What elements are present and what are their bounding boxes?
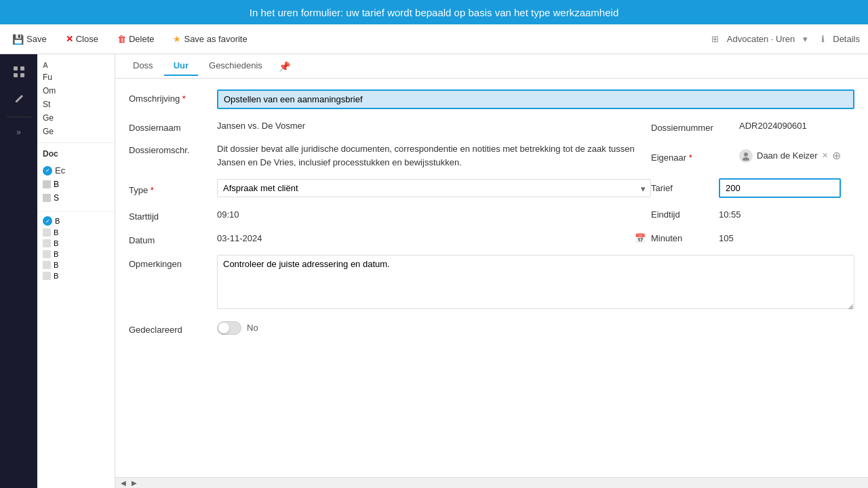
svg-point-4 (744, 152, 748, 157)
filter-label[interactable]: Advocaten · Uren (727, 34, 795, 44)
tab-uur-label: Uur (174, 60, 189, 70)
omschr-eigenaar-row: Dossieromschr. Dit dossier bevat alle ju… (129, 142, 854, 169)
row-b2[interactable]: B (37, 227, 115, 238)
doc-item-s-label: S (54, 193, 59, 203)
doc-item-b[interactable]: B (43, 178, 109, 191)
close-button[interactable]: ✕ Close (62, 31, 102, 47)
doc-s-icon (43, 194, 51, 202)
datum-row: Datum 03-11-2024 📅 (129, 231, 651, 245)
row-b5-icon (43, 261, 51, 269)
toggle-knob (218, 323, 229, 333)
scroll-bar: ◀ ▶ (115, 477, 868, 488)
tijd-row: Starttijd 09:10 Eindtijd 10:55 (129, 207, 854, 222)
doc-b-icon (43, 180, 51, 188)
scroll-right-arrow[interactable]: ▶ (129, 479, 140, 487)
apps-icon-btn[interactable] (5, 60, 33, 84)
dossieromschr-row: Dossieromschr. Dit dossier bevat alle ju… (129, 142, 651, 169)
tab-geschiedenis-label: Geschiedenis (209, 60, 262, 70)
starttijd-value: 09:10 (217, 209, 651, 220)
row-b4-label: B (54, 250, 58, 258)
starttijd-row: Starttijd 09:10 (129, 207, 651, 222)
doc-label[interactable]: Doc (43, 147, 109, 161)
omschrijving-required: * (182, 94, 186, 104)
calendar-icon[interactable]: 📅 (635, 233, 646, 243)
toolbar-right: ⊞ Advocaten · Uren ▾ ℹ Details (711, 34, 860, 44)
gedeclareerd-toggle[interactable] (217, 321, 241, 335)
row-b5[interactable]: B (37, 260, 115, 270)
row-b5-label: B (54, 261, 58, 269)
datum-input-wrapper: 03-11-2024 📅 (217, 233, 651, 243)
tab-uur[interactable]: Uur (164, 56, 198, 76)
sidebar-item-om[interactable]: Om (43, 84, 109, 98)
expand-icon-btn[interactable]: » (5, 120, 33, 144)
type-label: Type * (129, 181, 217, 195)
doc-item-s[interactable]: S (43, 191, 109, 205)
save-button[interactable]: 💾 Save (8, 31, 51, 47)
doc-item-b-label: B (54, 180, 59, 189)
row-b3-icon (43, 239, 51, 247)
form-area: Omschrijving * Dossiernaam Jansen vs. De… (115, 79, 868, 477)
row-b3-label: B (54, 239, 58, 247)
row-b4[interactable]: B (37, 249, 115, 260)
toolbar: 💾 Save ✕ Close 🗑 Delete ★ Save as favori… (0, 24, 868, 54)
row-b4-icon (43, 250, 51, 258)
sidebar-item-fu[interactable]: Fu (43, 70, 109, 84)
sidebar-item-ge1[interactable]: Ge (43, 111, 109, 125)
sidebar-item-ge2[interactable]: Ge (43, 125, 109, 138)
svg-rect-1 (20, 66, 24, 70)
doc-item-ec[interactable]: ✓ Ec (43, 163, 109, 178)
eigenaar-add-btn[interactable]: ⊕ (832, 149, 841, 162)
type-tarief-row: Type * Afspraak met cliënt Telefoongespr… (129, 178, 854, 198)
delete-button[interactable]: 🗑 Delete (113, 31, 159, 47)
eigenaar-field: Daan de Keizer ✕ ⊕ (739, 149, 841, 163)
tab-doss[interactable]: Doss (123, 56, 163, 76)
svg-rect-2 (14, 73, 18, 77)
close-label: Close (76, 34, 98, 44)
save-label: Save (26, 34, 47, 44)
svg-point-5 (743, 157, 749, 161)
save-favorite-button[interactable]: ★ Save as favorite (169, 31, 251, 47)
chevron-down-icon: ▾ (803, 34, 808, 44)
details-label[interactable]: Details (833, 34, 860, 44)
starttijd-label: Starttijd (129, 207, 217, 222)
left-panel: A Fu Om St Ge Ge Doc ✓ Ec B (37, 54, 115, 488)
pin-icon[interactable]: 📌 (279, 61, 290, 72)
gedeclareerd-row: Gedeclareerd No (129, 321, 854, 335)
row-b2-icon (43, 228, 51, 237)
omschrijving-label: Omschrijving * (129, 89, 217, 104)
dossieromschr-value: Dit dossier bevat alle juridische docume… (217, 142, 651, 169)
eigenaar-label: Eigenaar * (651, 148, 739, 163)
delete-icon: 🗑 (117, 34, 126, 44)
scroll-left-arrow[interactable]: ◀ (118, 479, 129, 487)
tarief-label: Tarief (651, 183, 719, 193)
minuten-value: 105 (719, 233, 734, 243)
star-icon: ★ (173, 34, 181, 44)
type-select[interactable]: Afspraak met cliënt Telefoongesprek Corr… (217, 179, 651, 197)
eindtijd-row: Eindtijd 10:55 (651, 209, 854, 220)
dossiernummer-label: Dossiernummer (651, 119, 739, 133)
toggle-wrapper: No (217, 321, 258, 335)
pencil-icon-btn[interactable] (5, 87, 33, 111)
left-panel-section-a: A Fu Om St Ge Ge (37, 54, 115, 143)
info-icon: ℹ (821, 34, 825, 44)
tab-geschiedenis[interactable]: Geschiedenis (199, 56, 272, 76)
svg-rect-3 (20, 73, 24, 77)
dossiernaam-row: Dossiernaam Jansen vs. De Vosmer (129, 119, 651, 133)
eigenaar-remove-btn[interactable]: ✕ (822, 151, 828, 160)
datum-minuten-row: Datum 03-11-2024 📅 Minuten 105 (129, 231, 854, 245)
delete-label: Delete (129, 34, 155, 44)
eigenaar-required: * (689, 152, 692, 163)
main-layout: » A Fu Om St Ge Ge Doc ✓ Ec (0, 54, 868, 488)
tarief-row: Tarief 200 (651, 178, 854, 198)
opmerkingen-textarea[interactable]: Controleer de juiste adressering en datu… (217, 255, 854, 309)
rows-list: ✓ B B B B B B (37, 212, 115, 284)
row-b1[interactable]: ✓ B (37, 215, 115, 227)
resize-icon: ◢ (848, 302, 853, 310)
row-check-icon: ✓ (43, 216, 52, 226)
tab-doss-label: Doss (133, 60, 153, 70)
row-b3[interactable]: B (37, 238, 115, 249)
sidebar-item-st[interactable]: St (43, 98, 109, 111)
omschrijving-input[interactable] (217, 89, 854, 109)
row-b6[interactable]: B (37, 270, 115, 281)
dossieromschr-label: Dossieromschr. (129, 142, 217, 155)
